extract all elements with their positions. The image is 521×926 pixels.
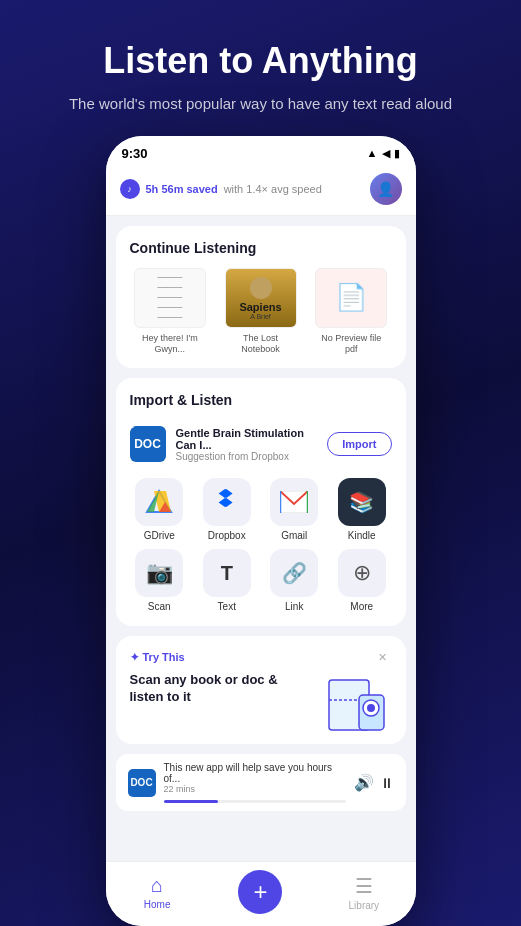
badge-icon: ♪ <box>120 179 140 199</box>
gdrive-label: GDrive <box>144 530 175 541</box>
more-icon-wrap: ⊕ <box>338 549 386 597</box>
service-dropbox[interactable]: Dropbox <box>197 478 257 541</box>
try-content: Scan any book or doc & listen to it <box>130 672 392 732</box>
audio-title: This new app will help save you hours of… <box>164 762 346 784</box>
link-icon-wrap: 🔗 <box>270 549 318 597</box>
hero-section: Listen to Anything The world's most popu… <box>39 0 482 136</box>
saved-subtitle: with 1.4× avg speed <box>224 183 322 195</box>
continue-thumb-doc: ───────────────────────── <box>134 268 206 328</box>
status-bar: 9:30 ▲ ◀ ▮ <box>106 136 416 167</box>
pdf-icon: 📄 <box>335 282 367 313</box>
continue-label-2: The Lost Notebook <box>225 333 297 355</box>
status-icons: ▲ ◀ ▮ <box>367 147 400 160</box>
link-icon: 🔗 <box>282 561 307 585</box>
audio-info: This new app will help save you hours of… <box>164 762 346 803</box>
nav-fab-item[interactable]: + <box>209 870 312 914</box>
sparkle-icon: ✦ <box>130 651 139 664</box>
try-badge: ✦ Try This <box>130 651 185 664</box>
gdrive-icon <box>145 488 173 516</box>
continue-item-1[interactable]: ───────────────────────── Hey there! I'm… <box>130 268 211 355</box>
kindle-icon-wrap: 📚 <box>338 478 386 526</box>
service-scan[interactable]: 📷 Scan <box>130 549 190 612</box>
fab-plus-icon: + <box>253 878 267 906</box>
saved-time: 5h 56m saved <box>146 183 218 195</box>
status-time: 9:30 <box>122 146 148 161</box>
continue-item-2[interactable]: Sapiens A Brief The Lost Notebook <box>220 268 301 355</box>
continue-item-3[interactable]: 📄 No Preview file pdf <box>311 268 392 355</box>
scan-icon-wrap: 📷 <box>135 549 183 597</box>
try-close-button[interactable]: × <box>374 648 392 666</box>
gmail-label: Gmail <box>281 530 307 541</box>
import-row: ✦ DOC Gentle Brain Stimulation Can I... … <box>130 420 392 474</box>
more-icon: ⊕ <box>353 560 371 586</box>
scan-label: Scan <box>148 601 171 612</box>
user-badge: ♪ 5h 56m saved with 1.4× avg speed <box>120 179 362 199</box>
service-link[interactable]: 🔗 Link <box>265 549 325 612</box>
gmail-icon-wrap <box>270 478 318 526</box>
library-label: Library <box>349 900 380 911</box>
try-illustration <box>322 672 392 732</box>
service-grid: GDrive Dropbox <box>130 478 392 612</box>
try-this-card: ✦ Try This × Scan any book or doc & list… <box>116 636 406 744</box>
nav-library[interactable]: ☰ Library <box>312 874 415 911</box>
try-header: ✦ Try This × <box>130 648 392 666</box>
gmail-icon <box>280 491 308 513</box>
fab-button[interactable]: + <box>238 870 282 914</box>
audio-progress-bar <box>164 800 346 803</box>
gdrive-icon-wrap <box>135 478 183 526</box>
continue-items: ───────────────────────── Hey there! I'm… <box>130 268 392 355</box>
import-listen-card: Import & Listen ✦ DOC Gentle Brain Stimu… <box>116 378 406 626</box>
text-label: Text <box>218 601 236 612</box>
home-icon: ⌂ <box>151 874 163 897</box>
nav-home[interactable]: ⌂ Home <box>106 874 209 910</box>
bottom-nav: ⌂ Home + ☰ Library <box>106 861 416 926</box>
service-gmail[interactable]: Gmail <box>265 478 325 541</box>
link-label: Link <box>285 601 303 612</box>
try-badge-label: Try This <box>143 651 185 663</box>
continue-thumb-sapiens: Sapiens A Brief <box>225 268 297 328</box>
continue-label-3: No Preview file pdf <box>315 333 387 355</box>
kindle-label: Kindle <box>348 530 376 541</box>
audio-time: 22 mins <box>164 784 346 794</box>
dropbox-label: Dropbox <box>208 530 246 541</box>
dropbox-icon <box>213 488 241 516</box>
import-button[interactable]: Import <box>327 432 391 456</box>
user-avatar[interactable]: 👤 <box>370 173 402 205</box>
audio-controls: 🔊 ⏸ <box>354 773 394 792</box>
audio-doc-icon: DOC <box>128 769 156 797</box>
service-text[interactable]: T Text <box>197 549 257 612</box>
hero-title: Listen to Anything <box>69 40 452 81</box>
audio-progress-fill <box>164 800 219 803</box>
try-main-text: Scan any book or doc & listen to it <box>130 672 314 706</box>
phone-mockup: 9:30 ▲ ◀ ▮ ♪ 5h 56m saved with 1.4× avg … <box>106 136 416 926</box>
import-doc-info: Gentle Brain Stimulation Can I... Sugges… <box>176 427 318 462</box>
scan-illustration-icon <box>324 670 389 735</box>
audio-wave-icon[interactable]: 🔊 <box>354 773 374 792</box>
continue-thumb-pdf: 📄 <box>315 268 387 328</box>
hero-subtitle: The world's most popular way to have any… <box>69 93 452 116</box>
import-title: Import & Listen <box>130 392 392 408</box>
svg-point-13 <box>367 704 375 712</box>
top-bar: ♪ 5h 56m saved with 1.4× avg speed 👤 <box>106 167 416 216</box>
continue-title: Continue Listening <box>130 240 392 256</box>
kindle-icon: 📚 <box>349 490 374 514</box>
battery-icon: ▮ <box>394 147 400 160</box>
home-label: Home <box>144 899 171 910</box>
import-doc-icon: ✦ DOC <box>130 426 166 462</box>
scan-icon: 📷 <box>146 560 173 586</box>
pause-button[interactable]: ⏸ <box>380 775 394 791</box>
service-kindle[interactable]: 📚 Kindle <box>332 478 392 541</box>
dropbox-icon-wrap <box>203 478 251 526</box>
try-text-block: Scan any book or doc & listen to it <box>130 672 314 706</box>
ai-spark-icon: ✦ <box>126 422 134 433</box>
audio-bar[interactable]: DOC This new app will help save you hour… <box>116 754 406 811</box>
service-gdrive[interactable]: GDrive <box>130 478 190 541</box>
signal-icon: ◀ <box>382 147 390 160</box>
continue-listening-card: Continue Listening ─────────────────────… <box>116 226 406 369</box>
text-icon: T <box>221 562 233 585</box>
service-more[interactable]: ⊕ More <box>332 549 392 612</box>
library-icon: ☰ <box>355 874 373 898</box>
phone-content: Continue Listening ─────────────────────… <box>106 216 416 861</box>
more-label: More <box>350 601 373 612</box>
text-icon-wrap: T <box>203 549 251 597</box>
